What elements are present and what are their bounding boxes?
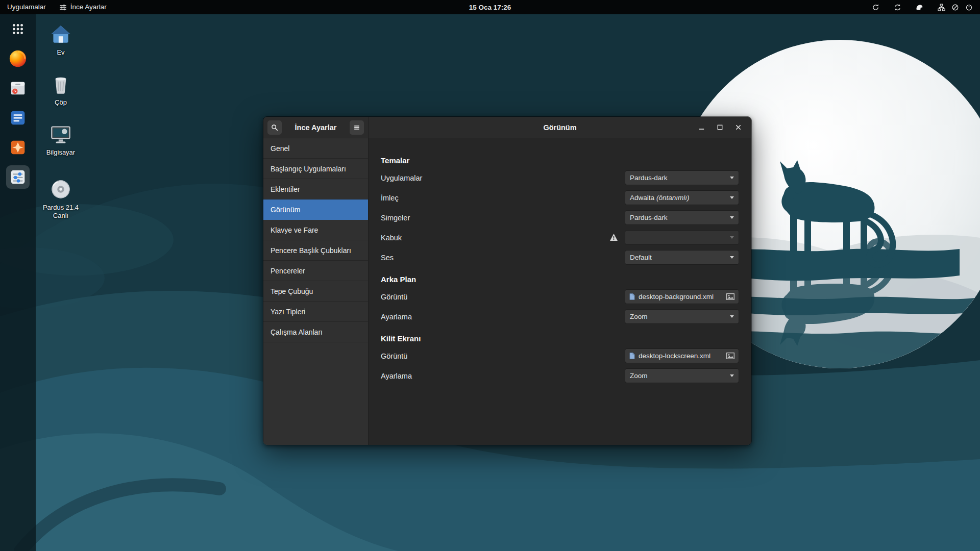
image-icon: [726, 353, 734, 359]
row-label: İmleç: [381, 194, 399, 202]
warning-icon: [609, 233, 618, 242]
desktop-icon-home[interactable]: Ev: [33, 21, 89, 57]
maximize-button[interactable]: [714, 121, 726, 134]
chevron-down-icon: [730, 236, 734, 239]
clock[interactable]: 15 Oca 17:26: [0, 4, 980, 11]
chevron-down-icon: [730, 196, 734, 199]
row-control: Adwaita(öntanımlı): [625, 190, 739, 205]
focused-app-label: İnce Ayarlar: [70, 0, 107, 14]
dropdown-value-note: (öntanımlı): [656, 194, 690, 202]
section-title: Kilit Ekranı: [381, 334, 739, 344]
dock-item-text-editor[interactable]: [6, 106, 30, 130]
desktop-icon-computer[interactable]: Bilgisayar: [33, 121, 89, 157]
dock-item-app-grid[interactable]: [6, 17, 30, 41]
desktop-icon-live-disc[interactable]: Pardus 21.4 Canlı: [33, 177, 89, 219]
panel-content: TemalarUygulamalarPardus-darkİmleçAdwait…: [369, 138, 751, 445]
chevron-down-icon: [730, 374, 734, 377]
sidebar-item[interactable]: Klavye ve Fare: [263, 220, 368, 240]
row-control: Zoom: [625, 309, 739, 324]
home-icon: [48, 21, 74, 47]
live-disc-icon: [48, 177, 74, 202]
pardus-icon[interactable]: [916, 4, 923, 11]
minimize-button[interactable]: [695, 121, 707, 134]
focused-app-button[interactable]: İnce Ayarlar: [59, 0, 107, 14]
chevron-down-icon: [730, 256, 734, 259]
row-label: Görüntü: [381, 293, 407, 301]
row-control: Zoom: [625, 368, 739, 383]
chevron-down-icon: [730, 216, 734, 219]
desktop-icon-label: Çöp: [55, 98, 67, 107]
dnd-icon[interactable]: [951, 4, 959, 11]
sidebar-item[interactable]: Yazı Tipleri: [263, 302, 368, 322]
sidebar-item[interactable]: Pencere Başlık Çubukları: [263, 240, 368, 261]
dropdown-value: Adwaita: [630, 194, 654, 202]
desktop-icon-trash[interactable]: Çöp: [33, 71, 89, 107]
dropdown-value: Pardus-dark: [630, 174, 668, 182]
sidebar-item[interactable]: Genel: [263, 138, 368, 159]
row-label: Ses: [381, 254, 394, 262]
dock-item-tweaks[interactable]: [6, 165, 30, 189]
row-label: Ayarlama: [381, 372, 412, 380]
dock-item-firefox[interactable]: [6, 47, 30, 70]
desktop-icon-label: Ev: [57, 48, 64, 57]
settings-row: AyarlamaZoom: [381, 366, 739, 386]
sidebar-item[interactable]: Eklentiler: [263, 179, 368, 199]
dropdown-button[interactable]: Zoom: [625, 368, 739, 383]
chevron-down-icon: [730, 177, 734, 179]
row-label: Uygulamalar: [381, 174, 422, 182]
section-title: Temalar: [381, 156, 739, 166]
sidebar-item[interactable]: Çalışma Alanları: [263, 322, 368, 342]
dropdown-button[interactable]: [625, 230, 739, 245]
row-control: desktop-background.xml: [625, 289, 739, 304]
sync-icon[interactable]: [894, 4, 901, 11]
settings-row: Görüntüdesktop-lockscreen.xml: [381, 346, 739, 366]
dropdown-button[interactable]: Adwaita(öntanımlı): [625, 190, 739, 205]
network-icon[interactable]: [938, 4, 945, 11]
close-button[interactable]: [732, 121, 744, 134]
search-button[interactable]: [267, 120, 282, 135]
refresh-icon[interactable]: [872, 4, 879, 11]
file-chooser-button[interactable]: desktop-background.xml: [625, 289, 739, 304]
sidebar-item[interactable]: Pencereler: [263, 261, 368, 281]
row-label: Ayarlama: [381, 313, 412, 321]
dropdown-button[interactable]: Default: [625, 250, 739, 265]
file-name: desktop-background.xml: [639, 293, 714, 300]
dropdown-value: Zoom: [630, 313, 648, 320]
settings-row: SimgelerPardus-dark: [381, 208, 739, 228]
settings-row: İmleçAdwaita(öntanımlı): [381, 188, 739, 208]
file-name: desktop-lockscreen.xml: [639, 352, 710, 360]
dropdown-button[interactable]: Zoom: [625, 309, 739, 324]
desktop-icon-label: Pardus 21.4 Canlı: [35, 204, 86, 219]
row-control: Default: [625, 250, 739, 265]
sidebar-item[interactable]: Tepe Çubuğu: [263, 281, 368, 302]
dropdown-button[interactable]: Pardus-dark: [625, 210, 739, 225]
file-chooser-button[interactable]: desktop-lockscreen.xml: [625, 348, 739, 363]
activities-button[interactable]: Uygulamalar: [7, 0, 46, 14]
topbar-right: [872, 4, 980, 11]
dock-item-software[interactable]: [6, 136, 30, 159]
dropdown-value: Default: [630, 254, 652, 261]
window-sidebar: GenelBaşlangıç UygulamalarıEklentilerGör…: [263, 138, 369, 445]
dropdown-value: Pardus-dark: [630, 214, 668, 221]
tweaks-app-icon: [59, 4, 67, 11]
row-label: Kabuk: [381, 234, 402, 242]
sidebar-title: İnce Ayarlar: [285, 123, 347, 132]
file-icon: [629, 293, 635, 300]
headerbar: Görünüm: [369, 117, 751, 138]
section-title: Arka Plan: [381, 274, 739, 285]
dock: [0, 14, 36, 551]
sidebar-item[interactable]: Başlangıç Uygulamaları: [263, 159, 368, 179]
row-control: [609, 230, 739, 245]
dock-item-files[interactable]: [6, 77, 30, 100]
sidebar-item[interactable]: Görünüm: [263, 199, 368, 220]
menu-button[interactable]: [350, 120, 364, 135]
dropdown-button[interactable]: Pardus-dark: [625, 170, 739, 185]
row-control: desktop-lockscreen.xml: [625, 348, 739, 363]
panel-title: Görünüm: [369, 123, 751, 132]
dropdown-value: Zoom: [630, 372, 648, 380]
row-control: Pardus-dark: [625, 170, 739, 185]
computer-icon: [48, 121, 74, 147]
power-icon[interactable]: [965, 4, 973, 11]
file-icon: [629, 353, 635, 359]
trash-icon: [48, 71, 74, 97]
